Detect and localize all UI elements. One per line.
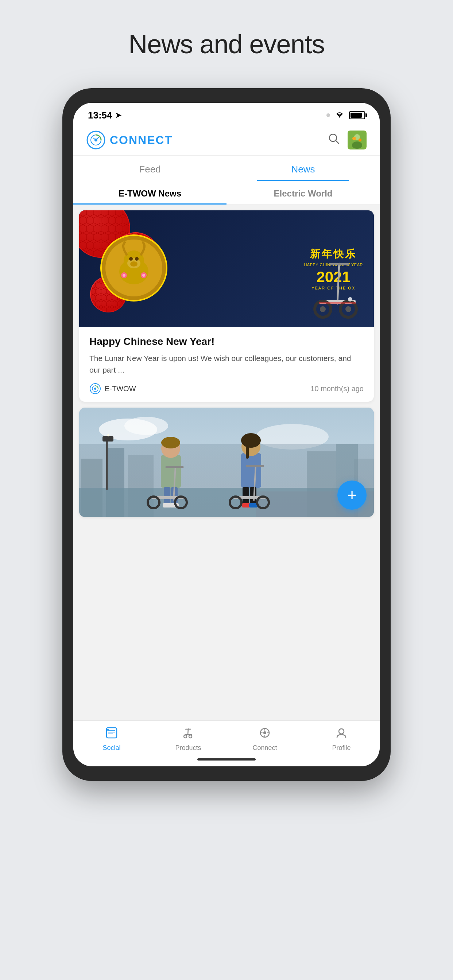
- phone-screen: 13:54 ➤: [73, 103, 380, 766]
- svg-point-44: [94, 388, 96, 390]
- wifi-icon: [335, 110, 345, 120]
- svg-point-70: [241, 433, 261, 448]
- main-tabs: Feed News: [73, 156, 380, 181]
- connect-label: Connect: [252, 744, 277, 752]
- svg-point-28: [130, 261, 137, 267]
- connect-icon: [258, 727, 271, 742]
- svg-point-94: [189, 735, 192, 738]
- svg-point-97: [263, 731, 266, 734]
- card-1-time: 10 month(s) ago: [310, 385, 364, 393]
- status-time: 13:54 ➤: [88, 110, 121, 121]
- social-label: Social: [102, 744, 120, 752]
- battery-fill: [351, 113, 362, 118]
- card-1-body: Happy Chinese New Year! The Lunar New Ye…: [79, 327, 374, 402]
- card-1-author: E-TWOW: [89, 383, 136, 395]
- content-area: 新年快乐 HAPPY CHINESE NEW YEAR 2021 YEAR OF…: [73, 205, 380, 721]
- nav-item-products[interactable]: Products: [150, 727, 226, 752]
- social-icon: [105, 727, 118, 742]
- phone-frame: 13:54 ➤: [62, 88, 391, 781]
- products-icon: [182, 727, 195, 742]
- card-1-excerpt: The Lunar New Year is upon us! We wish o…: [89, 353, 364, 375]
- user-avatar[interactable]: [348, 130, 367, 150]
- svg-point-31: [123, 274, 126, 277]
- page-title: News and events: [128, 29, 324, 59]
- svg-line-33: [337, 264, 339, 304]
- time-display: 13:54: [88, 110, 112, 121]
- svg-point-98: [339, 729, 344, 734]
- app-logo-icon: [86, 130, 105, 150]
- svg-point-41: [348, 297, 353, 302]
- sub-tab-electric-world[interactable]: Electric World: [226, 181, 380, 204]
- fab-label: +: [347, 486, 357, 504]
- tab-news[interactable]: News: [226, 156, 380, 181]
- search-button[interactable]: [327, 132, 340, 148]
- svg-rect-61: [161, 455, 181, 488]
- svg-point-39: [320, 306, 326, 312]
- card-image-cny: 新年快乐 HAPPY CHINESE NEW YEAR 2021 YEAR OF…: [79, 210, 374, 327]
- card-1-title: Happy Chinese New Year!: [89, 336, 364, 347]
- status-icons: [327, 110, 365, 120]
- home-indicator: [73, 755, 380, 766]
- tab-feed[interactable]: Feed: [73, 156, 226, 181]
- signal-dot-icon: [327, 113, 330, 117]
- svg-point-37: [345, 306, 351, 312]
- svg-point-63: [161, 437, 180, 449]
- products-label: Products: [175, 744, 201, 752]
- svg-point-10: [359, 138, 362, 142]
- news-card-2: +: [79, 407, 374, 517]
- tab-feed-label: Feed: [139, 164, 161, 175]
- svg-rect-68: [241, 453, 261, 488]
- svg-point-32: [142, 274, 145, 277]
- svg-line-91: [188, 729, 188, 735]
- fab-button[interactable]: +: [337, 480, 367, 510]
- svg-line-5: [336, 141, 339, 144]
- nav-item-connect[interactable]: Connect: [226, 727, 303, 752]
- page-wrapper: News and events 13:54 ➤: [0, 0, 453, 980]
- card-image-city: +: [79, 407, 374, 517]
- navigation-arrow-icon: ➤: [115, 111, 121, 119]
- home-bar: [197, 758, 256, 760]
- ox-medallion: [99, 233, 169, 304]
- svg-point-8: [352, 142, 362, 149]
- battery-icon: [349, 111, 365, 119]
- sub-tab-etwow-label: E-TWOW News: [118, 188, 181, 198]
- svg-rect-90: [107, 729, 109, 730]
- nav-item-profile[interactable]: Profile: [303, 727, 380, 752]
- svg-point-9: [353, 137, 356, 140]
- svg-point-26: [129, 257, 133, 261]
- svg-rect-71: [246, 441, 249, 459]
- author-name: E-TWOW: [105, 385, 136, 393]
- logo-container: CONNECT: [86, 130, 172, 150]
- etwow-logo-icon: [89, 383, 101, 395]
- profile-label: Profile: [332, 744, 351, 752]
- nav-item-social[interactable]: Social: [73, 727, 150, 752]
- logo-text: CONNECT: [110, 134, 172, 147]
- svg-point-0: [339, 117, 340, 118]
- header-actions: [327, 130, 367, 150]
- svg-point-95: [184, 735, 187, 738]
- card-1-meta: E-TWOW 10 month(s) ago: [89, 383, 364, 395]
- sub-tabs: E-TWOW News Electric World: [73, 181, 380, 205]
- sub-tab-etwow-news[interactable]: E-TWOW News: [73, 181, 226, 204]
- tab-news-label: News: [291, 164, 315, 175]
- app-header: CONNECT: [73, 125, 380, 156]
- status-bar: 13:54 ➤: [73, 103, 380, 125]
- bottom-nav: Social Products: [73, 721, 380, 755]
- scooter-image: [308, 256, 367, 323]
- news-card-1: 新年快乐 HAPPY CHINESE NEW YEAR 2021 YEAR OF…: [79, 210, 374, 402]
- profile-icon: [335, 727, 348, 742]
- sub-tab-electric-world-label: Electric World: [274, 188, 333, 198]
- svg-point-27: [135, 257, 139, 261]
